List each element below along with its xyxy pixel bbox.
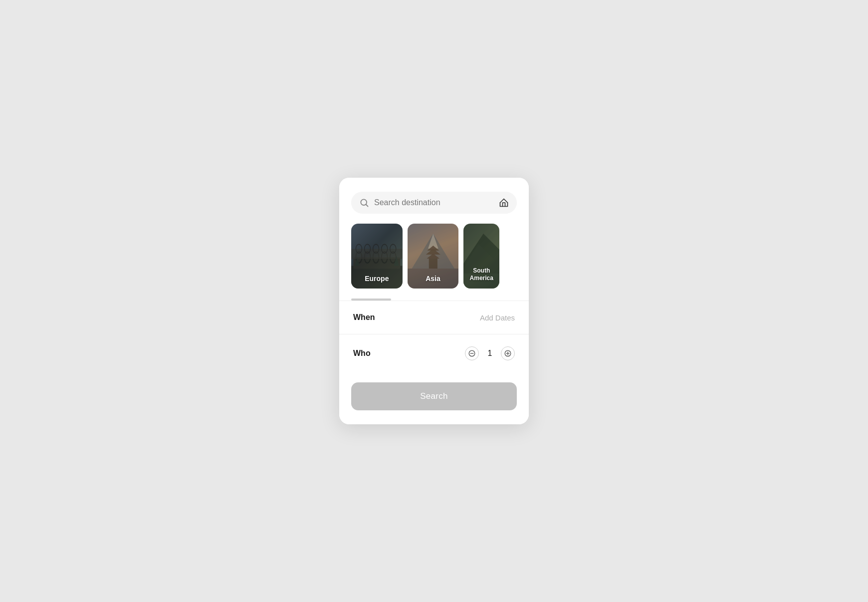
destination-card-asia[interactable]: Asia: [408, 224, 459, 289]
search-section: [339, 178, 529, 224]
who-label: Who: [353, 349, 371, 358]
who-row: Who 1: [339, 334, 529, 372]
destination-label-asia: Asia: [408, 275, 459, 283]
when-row[interactable]: When Add Dates: [339, 301, 529, 334]
destination-label-europe: Europe: [351, 275, 403, 283]
svg-line-1: [366, 205, 368, 207]
search-bar: [351, 192, 517, 214]
search-button-wrap: Search: [339, 372, 529, 424]
search-input[interactable]: [374, 198, 494, 207]
increment-button[interactable]: [501, 346, 515, 360]
destination-card-europe[interactable]: Europe: [351, 224, 403, 289]
add-dates-value[interactable]: Add Dates: [480, 313, 515, 322]
guest-count: 1: [486, 349, 494, 358]
bottom-panel: When Add Dates Who 1: [339, 301, 529, 424]
search-icon: [359, 198, 369, 208]
when-label: When: [353, 313, 375, 322]
destination-card-south-america[interactable]: South America: [463, 224, 499, 289]
app-card: Europe: [339, 178, 529, 424]
search-button[interactable]: Search: [351, 382, 517, 410]
counter-controls: 1: [465, 346, 515, 360]
home-icon[interactable]: [499, 198, 509, 208]
decrement-button[interactable]: [465, 346, 479, 360]
destination-label-south-america: South America: [463, 267, 499, 283]
destinations-row: Europe: [339, 224, 529, 299]
